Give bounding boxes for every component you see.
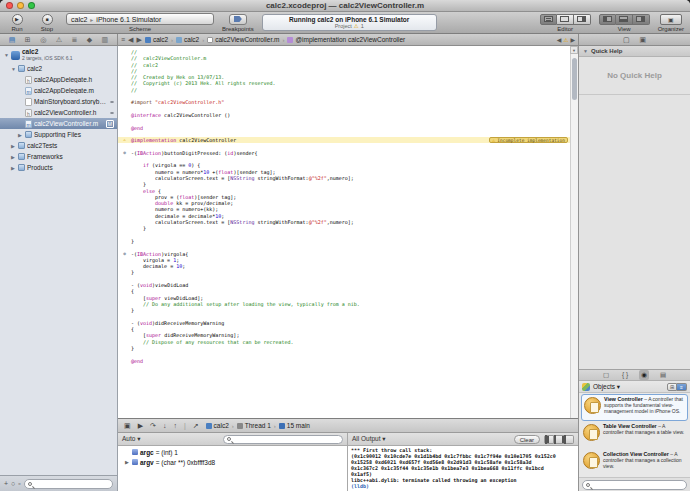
variables-filter-field[interactable] xyxy=(223,435,343,444)
breakpoint-icon xyxy=(234,16,242,22)
step-into-button[interactable]: ↓ xyxy=(163,422,167,429)
hide-debug-area-button[interactable]: ▣ xyxy=(124,422,131,430)
search-navigator-tab[interactable]: ◎ xyxy=(40,34,46,46)
library-item[interactable]: Table View Controller – A controller tha… xyxy=(581,422,688,449)
ibaction-connection-icon[interactable]: ● xyxy=(123,150,126,155)
navigator-item[interactable]: ▶calc2Tests xyxy=(0,140,117,151)
next-issue-button[interactable]: ▶ xyxy=(570,36,575,43)
console-only-button[interactable] xyxy=(564,435,574,444)
navigator-filter-field[interactable] xyxy=(24,479,113,489)
navigator-item[interactable]: ▶Products xyxy=(0,162,117,173)
disclosure-triangle-icon[interactable]: ▼ xyxy=(4,52,9,58)
library-item[interactable]: Collection View Controller – A controlle… xyxy=(581,450,688,477)
debug-navigator-tab[interactable]: ≣ xyxy=(71,34,77,46)
library-filter-field[interactable] xyxy=(582,480,687,490)
disclosure-triangle-icon[interactable]: ▶ xyxy=(124,459,130,465)
debug-crumb[interactable]: calc2 xyxy=(206,422,229,429)
navigator-item[interactable]: mcalc2ViewController.mM xyxy=(0,118,117,129)
related-items-menu-icon[interactable]: ≡ xyxy=(121,36,125,43)
quick-help-empty-text: No Quick Help xyxy=(607,71,662,80)
ibaction-connection-icon[interactable]: ● xyxy=(123,251,126,256)
forward-button[interactable]: ▶ xyxy=(136,36,141,44)
continue-button[interactable]: ▶ xyxy=(138,422,143,430)
variables-scope-popup[interactable]: Auto ▾ xyxy=(122,435,140,443)
editor-gutter[interactable] xyxy=(118,358,131,364)
quick-help-section-header[interactable]: ▼ Quick Help xyxy=(579,46,690,57)
issue-navigator-tab[interactable]: ⚠ xyxy=(56,34,62,46)
quick-help-inspector-tab[interactable]: ▣ xyxy=(640,36,647,44)
line-warning-icon[interactable]: ⚠ xyxy=(123,137,126,142)
project-navigator-tab[interactable]: ▤ xyxy=(9,34,16,46)
toggle-utilities-button[interactable] xyxy=(633,14,650,25)
navigator-item[interactable]: ▶Supporting Files xyxy=(0,129,117,140)
add-file-button[interactable]: + xyxy=(4,480,8,487)
source-editor[interactable]: //// calc2ViewController.m// calc2//// C… xyxy=(118,46,578,418)
library-group-popup[interactable]: Objects ▾ xyxy=(593,383,664,391)
standard-editor-button[interactable] xyxy=(540,14,557,25)
jumpbar-crumb[interactable]: calc2 xyxy=(176,36,199,43)
jumpbar-crumb[interactable]: @implementation calc2ViewController xyxy=(287,36,405,43)
console-output-popup[interactable]: All Output ▾ xyxy=(352,435,386,443)
variable-row[interactable]: argc = (int) 1 xyxy=(118,447,347,457)
navigator-item[interactable]: hcalc2AppDelegate.h xyxy=(0,74,117,85)
debug-crumb[interactable]: 15 main xyxy=(279,422,310,429)
code-line[interactable]: @end xyxy=(118,358,578,364)
file-inspector-tab[interactable]: ▢ xyxy=(623,36,630,44)
navigator-item[interactable]: hcalc2ViewController.h xyxy=(0,107,117,118)
jumpbar-crumb[interactable]: calc2 xyxy=(145,36,168,43)
object-library-tab[interactable]: ◉ xyxy=(639,370,649,380)
disclosure-triangle-icon[interactable]: ▶ xyxy=(11,154,16,160)
step-out-button[interactable]: ↑ xyxy=(173,422,177,429)
disclosure-triangle-icon[interactable]: ▶ xyxy=(11,165,16,171)
previous-issue-button[interactable]: ◀ xyxy=(557,36,562,43)
variable-row[interactable]: ▶argv = (char **) 0xbffff3d8 xyxy=(118,457,347,467)
debug-crumb[interactable]: Thread 1 xyxy=(237,422,271,429)
warning-count[interactable]: 1 xyxy=(361,23,364,29)
navigator-item[interactable]: ▼calc2 xyxy=(0,63,117,74)
library-item[interactable]: View Controller – A controller that supp… xyxy=(581,394,688,421)
assistant-editor-button[interactable] xyxy=(557,14,574,25)
step-over-button[interactable]: ↷ xyxy=(150,422,156,430)
clear-console-button[interactable]: Clear xyxy=(514,435,540,444)
toggle-debug-area-button[interactable] xyxy=(616,14,633,25)
folder-file-icon xyxy=(18,153,25,160)
grid-view-button[interactable]: ⊞ xyxy=(667,383,677,391)
disclosure-triangle-icon[interactable]: ▶ xyxy=(18,132,23,138)
stop-button[interactable]: ■ Stop xyxy=(36,14,58,32)
navigator-item[interactable]: mcalc2AppDelegate.m xyxy=(0,85,117,96)
navigator-project-row[interactable]: ▼ calc2 2 targets, iOS SDK 6.1 xyxy=(0,47,117,63)
title-bar[interactable]: calc2.xcodeproj — calc2ViewController.m xyxy=(0,0,690,12)
toggle-navigator-button[interactable] xyxy=(599,14,616,25)
file-template-library-tab[interactable]: ▢ xyxy=(601,370,611,380)
simulate-location-button[interactable]: ↗ xyxy=(193,422,199,430)
scheme-target[interactable]: calc2 xyxy=(71,16,87,23)
list-view-button[interactable]: ≡ xyxy=(677,383,687,391)
editor-scrollbar[interactable]: ▼ xyxy=(570,46,578,418)
run-button[interactable]: ▶ Run xyxy=(6,14,28,32)
back-button[interactable]: ◀ xyxy=(128,36,133,44)
symbol-navigator-tab[interactable]: ⊞ xyxy=(25,34,31,46)
scheme-device[interactable]: iPhone 6.1 Simulator xyxy=(96,16,161,23)
scheme-selector[interactable]: calc2 ▸ iPhone 6.1 Simulator Scheme xyxy=(66,13,214,32)
lldb-prompt[interactable]: (lldb) xyxy=(351,483,578,489)
log-navigator-tab[interactable]: ▥ xyxy=(102,34,109,46)
code-snippet-library-tab[interactable]: { } xyxy=(620,370,630,380)
media-library-tab[interactable]: ▤ xyxy=(658,370,668,380)
disclosure-triangle-icon[interactable]: ▶ xyxy=(11,143,16,149)
breakpoints-toggle[interactable]: Breakpoints xyxy=(222,14,254,32)
version-editor-button[interactable] xyxy=(574,14,591,25)
disclosure-triangle-icon[interactable]: ▼ xyxy=(11,66,16,72)
console-output[interactable]: *** First throw call stack:(0x1c90012 0x… xyxy=(348,446,578,491)
organizer-button[interactable]: ▣ xyxy=(660,14,682,25)
recent-files-filter-icon[interactable]: ○ xyxy=(11,480,15,487)
incomplete-implementation-badge[interactable]: ⚠Incomplete implementation xyxy=(489,137,568,143)
scrollbar-thumb[interactable] xyxy=(572,58,577,100)
navigator-item[interactable]: ▶Frameworks xyxy=(0,151,117,162)
scm-status-filter-icon[interactable]: ▫ xyxy=(18,480,20,487)
disclosure-triangle-icon[interactable]: ▼ xyxy=(583,48,588,54)
navigator-item[interactable]: MainStoryboard.storyboard xyxy=(0,96,117,107)
breakpoint-navigator-tab[interactable]: ◆ xyxy=(87,34,92,46)
variables-only-button[interactable] xyxy=(544,435,554,444)
jumpbar-crumb[interactable]: calc2ViewController.m xyxy=(207,36,279,43)
scroll-arrow-icon[interactable]: ▼ xyxy=(570,46,578,54)
